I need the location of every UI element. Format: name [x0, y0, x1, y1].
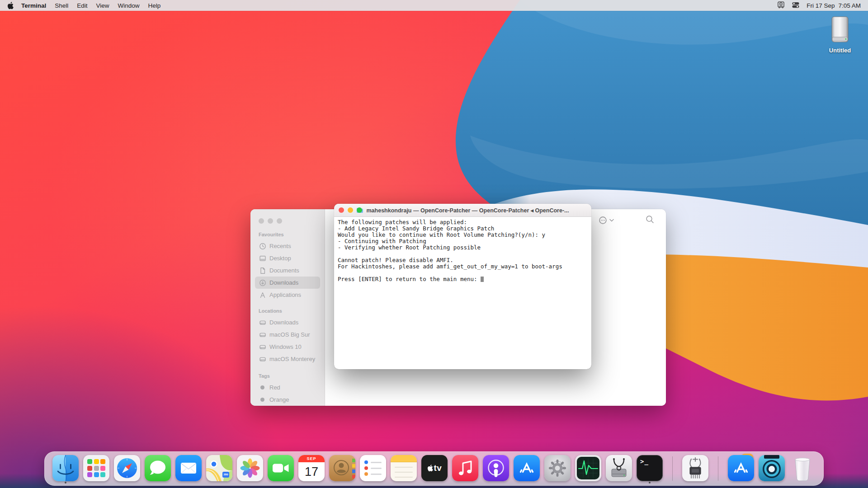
- external-drive-icon: [828, 16, 852, 44]
- apple-logo-icon: [427, 465, 433, 472]
- terminal-line: Would you like to continue with Root Vol…: [338, 232, 591, 238]
- menu-window[interactable]: Window: [118, 2, 140, 9]
- contacts-icon: [329, 455, 355, 481]
- dock-item-reminders[interactable]: [360, 454, 386, 483]
- search-icon[interactable]: [646, 215, 654, 225]
- finder-icon: [52, 455, 79, 481]
- dock-item-terminal[interactable]: >_: [637, 454, 663, 483]
- removable-disk-icon[interactable]: [777, 1, 785, 10]
- dock-item-activity-monitor[interactable]: [575, 454, 601, 483]
- podcasts-icon: [483, 455, 509, 481]
- dock-item-music[interactable]: [452, 454, 478, 483]
- dock: 280 SEP 17: [44, 451, 824, 486]
- calendar-icon: SEP 17: [298, 455, 325, 481]
- close-button[interactable]: [339, 207, 344, 213]
- drive-icon: [259, 331, 266, 338]
- dock-item-safari[interactable]: [114, 454, 140, 483]
- sidebar-item-tag-red[interactable]: Red: [255, 381, 320, 394]
- sidebar-item-applications[interactable]: Applications: [255, 289, 320, 301]
- sidebar-item-tag-orange[interactable]: Orange: [255, 394, 320, 406]
- monitor-icon: [259, 254, 266, 262]
- maps-icon: 280: [206, 455, 232, 481]
- sidebar-item-label: Applications: [269, 291, 301, 298]
- volume-label: Untitled: [826, 47, 854, 54]
- zoom-button[interactable]: [357, 207, 362, 213]
- zoom-button[interactable]: [277, 218, 282, 224]
- blue-utility-app-icon: [759, 455, 785, 481]
- sidebar-item-label: Red: [269, 384, 280, 391]
- applications-icon: [259, 291, 266, 299]
- sidebar-item-downloads[interactable]: Downloads: [255, 277, 320, 289]
- terminal-title-bar[interactable]: maheshkondraju — OpenCore-Patcher — Open…: [334, 204, 591, 217]
- sidebar-item-macos-big-sur[interactable]: macOS Big Sur: [255, 328, 320, 341]
- sidebar-item-label: Windows 10: [269, 343, 302, 350]
- menu-bar-clock[interactable]: Fri 17 Sep 7:05 AM: [807, 2, 861, 9]
- dock-item-tv[interactable]: tv: [421, 454, 448, 483]
- dock-item-finder[interactable]: [52, 454, 79, 483]
- notes-icon: [391, 455, 417, 481]
- sidebar-item-recents[interactable]: Recents: [255, 240, 320, 252]
- dock-item-podcasts[interactable]: [483, 454, 509, 483]
- dock-item-blue-utility[interactable]: [759, 454, 785, 483]
- dock-separator: [672, 456, 673, 481]
- dock-item-trash[interactable]: [789, 454, 816, 483]
- menu-bar-time: 7:05 AM: [838, 2, 861, 9]
- dock-item-maps[interactable]: 280: [206, 454, 232, 483]
- menu-view[interactable]: View: [96, 2, 109, 9]
- menu-help[interactable]: Help: [148, 2, 161, 9]
- terminal-line: The following patches will be applied:: [338, 219, 591, 225]
- control-center-icon[interactable]: [792, 2, 799, 9]
- sidebar-item-documents[interactable]: Documents: [255, 264, 320, 277]
- dock-item-opencore-patcher[interactable]: [682, 454, 708, 483]
- apple-logo-icon[interactable]: [7, 2, 14, 9]
- dock-item-contacts[interactable]: [329, 454, 355, 483]
- finder-traffic-lights: [255, 218, 320, 224]
- menu-app-name[interactable]: Terminal: [21, 2, 46, 9]
- more-options-icon[interactable]: [599, 216, 614, 225]
- dock-item-launchpad[interactable]: [83, 454, 109, 483]
- terminal-window-title: maheshkondraju — OpenCore-Patcher — Open…: [366, 207, 569, 214]
- disk-utility-icon: [606, 455, 632, 481]
- sidebar-item-label: Orange: [269, 396, 289, 403]
- mail-icon: [175, 455, 202, 481]
- menu-shell[interactable]: Shell: [55, 2, 68, 9]
- terminal-output[interactable]: The following patches will be applied: -…: [334, 217, 591, 282]
- minimize-button[interactable]: [268, 218, 273, 224]
- drive-icon: [259, 319, 266, 326]
- safari-icon: [114, 455, 140, 481]
- running-indicator: [65, 482, 66, 483]
- terminal-line: For Hackintoshes, please add amfi_get_ou…: [338, 263, 591, 270]
- minimize-button[interactable]: [348, 207, 353, 213]
- terminal-traffic-lights: [339, 207, 362, 213]
- sidebar-item-macos-monterey[interactable]: macOS Monterey: [255, 353, 320, 365]
- sidebar-item-label: Recents: [269, 243, 291, 249]
- sidebar-item-desktop[interactable]: Desktop: [255, 252, 320, 264]
- calendar-day: 17: [298, 462, 325, 481]
- system-preferences-icon: [544, 455, 571, 481]
- sidebar-item-downloads-volume[interactable]: Downloads: [255, 316, 320, 328]
- drive-icon: [259, 343, 266, 351]
- dock-item-system-preferences[interactable]: [544, 454, 571, 483]
- desktop-volume-untitled[interactable]: Untitled: [826, 16, 854, 54]
- close-button[interactable]: [259, 218, 264, 224]
- dock-item-mail[interactable]: [175, 454, 202, 483]
- dock-item-app-store-2[interactable]: [728, 454, 754, 483]
- sidebar-item-windows-10[interactable]: Windows 10: [255, 341, 320, 353]
- finder-sidebar: Favourites Recents Desktop Documents Dow…: [250, 209, 325, 406]
- sidebar-item-label: Documents: [269, 267, 299, 274]
- dock-item-messages[interactable]: [145, 454, 171, 483]
- launchpad-icon: [83, 455, 109, 481]
- sidebar-section-favourites: Favourites: [259, 232, 320, 237]
- dock-item-facetime[interactable]: [268, 454, 294, 483]
- dock-item-photos[interactable]: [237, 454, 263, 483]
- terminal-cursor: [481, 277, 484, 282]
- maps-route-shield: 280: [222, 472, 229, 478]
- dock-item-calendar[interactable]: SEP 17: [298, 454, 325, 483]
- tag-dot-icon: [259, 384, 266, 391]
- apple-tv-icon: tv: [421, 455, 448, 481]
- dock-item-app-store[interactable]: [514, 454, 540, 483]
- menu-edit[interactable]: Edit: [77, 2, 87, 9]
- dock-item-notes[interactable]: [391, 454, 417, 483]
- dock-item-disk-utility[interactable]: [606, 454, 632, 483]
- menu-bar: Terminal Shell Edit View Window Help Fri…: [0, 0, 868, 11]
